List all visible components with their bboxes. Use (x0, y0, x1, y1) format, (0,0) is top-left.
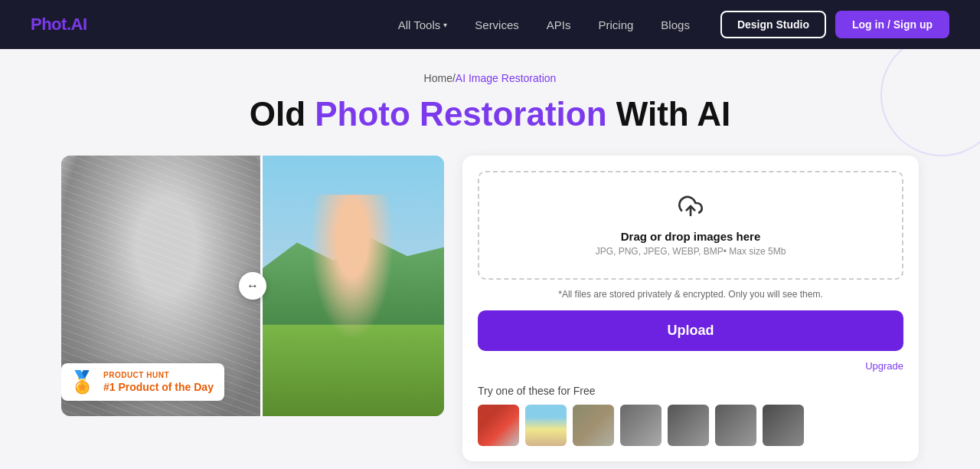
breadcrumb-home-link[interactable]: Home (424, 72, 452, 84)
nav-apis[interactable]: APIs (547, 18, 571, 31)
after-image (260, 156, 444, 416)
product-hunt-label: PRODUCT HUNT (103, 370, 214, 380)
nav-blogs[interactable]: Blogs (661, 18, 690, 31)
try-free-label: Try one of these for Free (478, 385, 903, 397)
product-hunt-text: PRODUCT HUNT #1 Product of the Day (103, 370, 214, 394)
sample-images-row (478, 405, 903, 446)
sample-image-5[interactable] (668, 405, 709, 446)
sample-image-7[interactable] (763, 405, 804, 446)
nav-all-tools[interactable]: All Tools ▾ (398, 18, 448, 31)
logo-ai: AI (71, 15, 87, 34)
page-title: Old Photo Restoration With AI (31, 95, 949, 134)
upload-button[interactable]: Upload (478, 310, 903, 351)
nav-pricing[interactable]: Pricing (599, 18, 634, 31)
sample-image-1[interactable] (478, 405, 519, 446)
comparison-handle[interactable]: ↔ (239, 272, 266, 300)
product-hunt-title: #1 Product of the Day (103, 380, 214, 394)
product-hunt-badge[interactable]: 🏅 PRODUCT HUNT #1 Product of the Day (61, 363, 224, 401)
image-comparison: ↔ 🏅 PRODUCT HUNT #1 Product of the Day (61, 156, 444, 416)
navbar: Phot.AI All Tools ▾ Services APIs Pricin… (0, 0, 980, 49)
breadcrumb: Home/AI Image Restoration (31, 72, 949, 84)
content-area: ↔ 🏅 PRODUCT HUNT #1 Product of the Day (61, 156, 919, 461)
drop-zone-text: Drag or drop images here (495, 230, 887, 243)
sample-image-4[interactable] (620, 405, 662, 446)
drop-zone-subtext: JPG, PNG, JPEG, WEBP, BMP• Max size 5Mb (495, 246, 887, 257)
drop-zone[interactable]: Drag or drop images here JPG, PNG, JPEG,… (478, 171, 903, 280)
site-logo[interactable]: Phot.AI (31, 15, 87, 34)
product-hunt-medal-icon: 🏅 (69, 369, 96, 395)
sample-image-6[interactable] (715, 405, 756, 446)
page-title-highlight: Photo Restoration (315, 95, 606, 133)
nav-links: All Tools ▾ Services APIs Pricing Blogs (398, 18, 690, 31)
upgrade-link[interactable]: Upgrade (865, 360, 903, 372)
login-button[interactable]: Log in / Sign up (835, 11, 949, 38)
chevron-down-icon: ▾ (443, 21, 447, 29)
privacy-note: *All files are stored privately & encryp… (478, 289, 903, 300)
sample-image-3[interactable] (573, 405, 614, 446)
breadcrumb-current: AI Image Restoration (456, 72, 557, 84)
logo-text-phot: Phot (31, 15, 67, 34)
decorative-circle (880, 49, 980, 156)
page-title-suffix: With AI (607, 95, 731, 133)
upgrade-link-container: Upgrade (478, 359, 903, 372)
main-content: Home/AI Image Restoration Old Photo Rest… (0, 49, 980, 469)
nav-services[interactable]: Services (475, 18, 519, 31)
sample-image-2[interactable] (525, 405, 567, 446)
upload-panel: Drag or drop images here JPG, PNG, JPEG,… (462, 156, 919, 461)
nav-actions: Design Studio Log in / Sign up (720, 11, 949, 38)
design-studio-button[interactable]: Design Studio (720, 11, 826, 38)
upload-icon (495, 194, 887, 224)
child-color-silhouette (279, 195, 426, 416)
page-title-prefix: Old (250, 95, 315, 133)
